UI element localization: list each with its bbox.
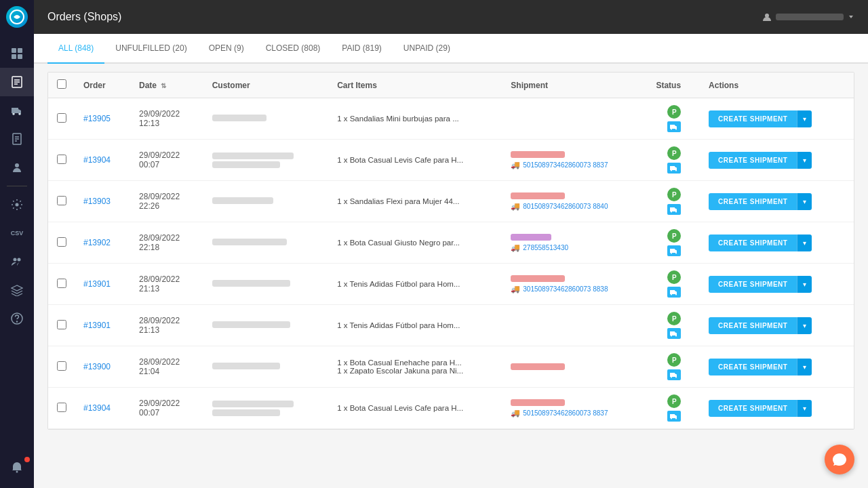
shipment-info: 🚚 801508973462860073 8840	[502, 181, 648, 222]
svg-point-34	[675, 336, 677, 337]
tab-all[interactable]: ALL (848)	[47, 34, 104, 64]
notification-icon[interactable]	[0, 453, 34, 481]
svg-point-9	[13, 113, 15, 115]
create-shipment-button[interactable]: CREATE SHIPMENT	[709, 110, 797, 127]
team-icon[interactable]	[0, 247, 34, 276]
shipping-icon[interactable]	[0, 96, 34, 125]
row-checkbox[interactable]	[57, 155, 66, 164]
customer-name	[204, 388, 329, 429]
order-status: P	[648, 140, 701, 181]
col-actions: Actions	[701, 73, 854, 98]
chat-button[interactable]	[825, 445, 854, 474]
order-link[interactable]: #13901	[83, 321, 111, 330]
shipping-status-icon	[667, 245, 681, 256]
settings-icon[interactable]	[0, 190, 34, 219]
order-link[interactable]: #13901	[83, 279, 111, 289]
svg-point-37	[671, 418, 672, 420]
order-actions: CREATE SHIPMENT ▾	[701, 305, 854, 346]
select-all-checkbox[interactable]	[57, 79, 66, 89]
tracking-number[interactable]: 🚚 301508973462860073 8838	[511, 285, 639, 293]
shipment-bar	[511, 234, 551, 241]
layers-icon[interactable]	[0, 276, 34, 304]
app-logo[interactable]	[0, 0, 34, 34]
order-link[interactable]: #13904	[83, 155, 111, 165]
shipment-info: 🚚 501508973462860073 8837	[502, 140, 648, 181]
shipment-info: 🚚 501508973462860073 8837	[502, 388, 648, 429]
tab-open[interactable]: OPEN (9)	[198, 34, 255, 64]
table-row: #1390028/09/202221:041 x Bota Casual Ene…	[48, 346, 854, 388]
col-date[interactable]: Date ⇅	[131, 73, 204, 98]
create-shipment-dropdown[interactable]: ▾	[797, 400, 812, 417]
order-link[interactable]: #13904	[83, 403, 111, 413]
table-row: #1390228/09/202222:181 x Bota Casual Giu…	[48, 222, 854, 264]
order-actions: CREATE SHIPMENT ▾	[701, 140, 854, 181]
cart-items: 1 x Sandalias Mini burbujas para ...	[329, 98, 502, 140]
order-date: 28/09/202221:04	[131, 346, 204, 388]
create-shipment-dropdown[interactable]: ▾	[797, 235, 812, 251]
tab-paid[interactable]: PAID (819)	[331, 34, 392, 64]
svg-point-31	[671, 294, 672, 296]
svg-point-28	[675, 211, 677, 213]
notification-badge	[24, 457, 30, 462]
sort-icon: ⇅	[161, 82, 166, 89]
table-row: #1390529/09/202212:131 x Sandalias Mini …	[48, 98, 854, 140]
create-shipment-button[interactable]: CREATE SHIPMENT	[709, 235, 797, 251]
select-all-col	[48, 73, 75, 98]
users-icon[interactable]	[0, 153, 34, 182]
help-icon[interactable]	[0, 304, 34, 333]
orders-icon[interactable]	[0, 68, 34, 96]
tracking-number[interactable]: 🚚 801508973462860073 8840	[511, 202, 639, 211]
documents-icon[interactable]	[0, 125, 34, 153]
truck-icon: 🚚	[511, 161, 520, 169]
col-customer: Customer	[204, 73, 329, 98]
shipping-status-icon	[667, 163, 681, 174]
create-shipment-dropdown[interactable]: ▾	[797, 152, 812, 169]
order-link[interactable]: #13903	[83, 197, 111, 206]
create-shipment-button[interactable]: CREATE SHIPMENT	[709, 193, 797, 210]
customer-name	[204, 346, 329, 388]
order-link[interactable]: #13905	[83, 114, 111, 123]
create-shipment-button[interactable]: CREATE SHIPMENT	[709, 152, 797, 169]
row-checkbox[interactable]	[57, 361, 66, 371]
row-checkbox[interactable]	[57, 279, 66, 288]
customer-name	[204, 98, 329, 140]
shipping-status-icon	[667, 328, 681, 339]
csv-icon[interactable]: CSV	[0, 219, 34, 247]
order-link[interactable]: #13900	[83, 362, 111, 371]
tab-closed[interactable]: CLOSED (808)	[255, 34, 332, 64]
col-order: Order	[75, 73, 131, 98]
logo-circle	[6, 6, 28, 28]
row-checkbox[interactable]	[57, 403, 66, 412]
row-checkbox[interactable]	[57, 320, 66, 329]
create-shipment-button[interactable]: CREATE SHIPMENT	[709, 276, 797, 293]
create-shipment-button[interactable]: CREATE SHIPMENT	[709, 400, 797, 417]
create-shipment-button[interactable]: CREATE SHIPMENT	[709, 317, 797, 334]
shipping-status-icon	[667, 287, 681, 298]
order-actions: CREATE SHIPMENT ▾	[701, 98, 854, 140]
customer-name	[204, 264, 329, 305]
shipment-bar	[511, 275, 565, 282]
create-shipment-dropdown[interactable]: ▾	[797, 317, 812, 334]
paid-status-icon: P	[667, 105, 681, 119]
tracking-number[interactable]: 🚚 278558513430	[511, 243, 639, 252]
tab-unpaid[interactable]: UNPAID (29)	[393, 34, 461, 64]
dashboard-icon[interactable]	[0, 39, 34, 68]
chevron-down-icon[interactable]	[848, 14, 854, 20]
svg-point-30	[675, 253, 677, 254]
col-status: Status	[648, 73, 701, 98]
row-checkbox[interactable]	[57, 113, 66, 123]
create-shipment-button[interactable]: CREATE SHIPMENT	[709, 359, 797, 375]
create-shipment-dropdown[interactable]: ▾	[797, 359, 812, 375]
create-shipment-dropdown[interactable]: ▾	[797, 110, 812, 127]
order-link[interactable]: #13902	[83, 238, 111, 247]
tracking-number[interactable]: 🚚 501508973462860073 8837	[511, 409, 639, 418]
order-status: P	[648, 98, 701, 140]
create-shipment-dropdown[interactable]: ▾	[797, 193, 812, 210]
row-checkbox[interactable]	[57, 237, 66, 247]
svg-point-10	[19, 113, 21, 115]
row-checkbox[interactable]	[57, 196, 66, 205]
create-shipment-dropdown[interactable]: ▾	[797, 276, 812, 293]
shipment-bar	[511, 399, 565, 406]
tab-unfulfilled[interactable]: UNFULFILLED (20)	[104, 34, 197, 64]
tracking-number[interactable]: 🚚 501508973462860073 8837	[511, 161, 639, 169]
